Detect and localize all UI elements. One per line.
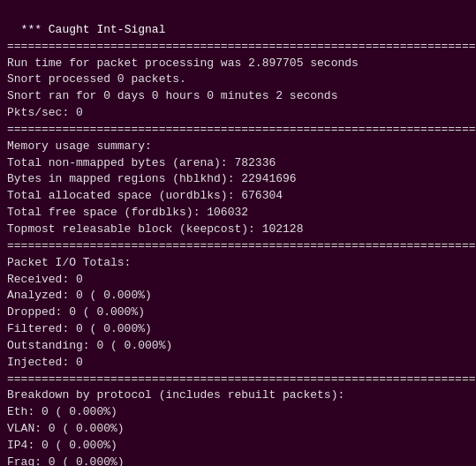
terminal-line-divider1: ========================================… bbox=[7, 39, 469, 56]
terminal-line-ip4: IP4: 0 ( 0.000%) bbox=[7, 438, 469, 455]
terminal-line-snort-ran: Snort ran for 0 days 0 hours 0 minutes 2… bbox=[7, 88, 469, 105]
terminal-line-packet-header: Packet I/O Totals: bbox=[7, 255, 469, 272]
terminal-line-received: Received: 0 bbox=[7, 272, 469, 289]
terminal-line-vlan: VLAN: 0 ( 0.000%) bbox=[7, 421, 469, 438]
terminal-line-dropped: Dropped: 0 ( 0.000%) bbox=[7, 304, 469, 321]
terminal-line-mem3: Total allocated space (uordblks): 676304 bbox=[7, 188, 469, 205]
terminal-output: *** Caught Int-Signal bbox=[7, 5, 469, 39]
terminal-line-frag: Frag: 0 ( 0.000%) bbox=[7, 455, 469, 466]
terminal-line-mem1: Total non-mmapped bytes (arena): 782336 bbox=[7, 155, 469, 172]
terminal-line-mem5: Topmost releasable block (keepcost): 102… bbox=[7, 222, 469, 238]
terminal-line-snort-processed: Snort processed 0 packets. bbox=[7, 71, 469, 88]
terminal-line-eth: Eth: 0 ( 0.000%) bbox=[7, 404, 469, 421]
terminal-line-runtime: Run time for packet processing was 2.897… bbox=[7, 56, 469, 72]
terminal-line-analyzed: Analyzed: 0 ( 0.000%) bbox=[7, 288, 469, 304]
terminal-line-filtered: Filtered: 0 ( 0.000%) bbox=[7, 321, 469, 338]
terminal-line-mem2: Bytes in mapped regions (hblkhd): 229416… bbox=[7, 171, 469, 188]
terminal-line-divider4: ========================================… bbox=[7, 372, 469, 388]
terminal-body: ========================================… bbox=[7, 39, 469, 466]
terminal-line-divider3: ========================================… bbox=[7, 238, 469, 255]
terminal-line-pkts-sec: Pkts/sec: 0 bbox=[7, 105, 469, 122]
terminal-line-breakdown-header: Breakdown by protocol (includes rebuilt … bbox=[7, 387, 469, 404]
terminal-line-outstanding: Outstanding: 0 ( 0.000%) bbox=[7, 338, 469, 355]
terminal-line-injected: Injected: 0 bbox=[7, 355, 469, 372]
terminal-line-mem4: Total free space (fordblks): 106032 bbox=[7, 205, 469, 222]
terminal-title: *** Caught Int-Signal bbox=[21, 23, 166, 36]
terminal-line-divider2: ========================================… bbox=[7, 122, 469, 139]
terminal-line-memory-header: Memory usage summary: bbox=[7, 139, 469, 155]
